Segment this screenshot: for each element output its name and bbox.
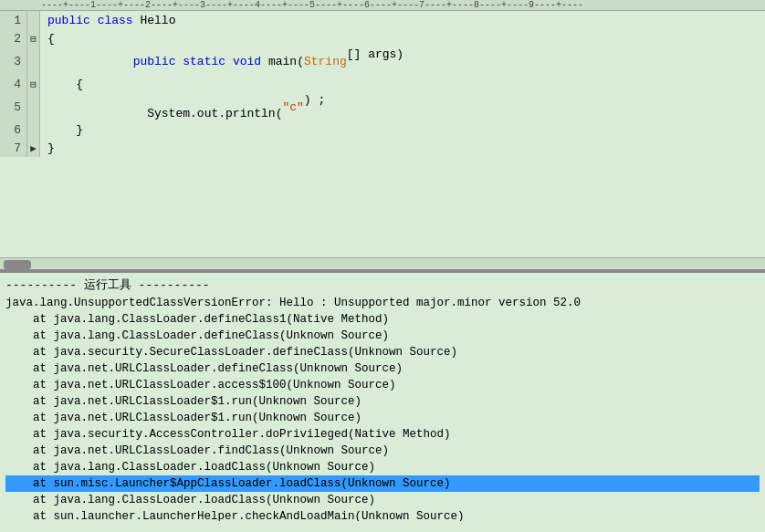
code-container[interactable]: 1 public class Hello 2 ⊟ { 3 public stat… bbox=[0, 11, 765, 257]
console-line-3: at java.security.SecureClassLoader.defin… bbox=[5, 344, 760, 360]
code-line-5: 5 System.out.println("c") ; bbox=[0, 93, 765, 120]
fold-icon-6[interactable] bbox=[27, 120, 40, 139]
ruler-text: ----+----1----+----2----+----3----+----4… bbox=[41, 0, 583, 10]
code-line-2: 2 ⊟ { bbox=[0, 29, 765, 47]
code-line-7: 7 ▶ } bbox=[0, 139, 765, 157]
line-number-3: 3 bbox=[0, 47, 27, 75]
fold-icon-2[interactable]: ⊟ bbox=[27, 29, 40, 47]
fold-icon-4[interactable]: ⊟ bbox=[27, 75, 40, 93]
console-line-12: at java.lang.ClassLoader.loadClass(Unkno… bbox=[5, 492, 760, 508]
code-text-5: System.out.println("c") ; bbox=[40, 93, 765, 120]
code-text-7: } bbox=[40, 139, 765, 157]
line-number-6: 6 bbox=[0, 120, 27, 139]
horizontal-scrollbar[interactable] bbox=[4, 260, 31, 269]
console-line-2: at java.lang.ClassLoader.defineClass(Unk… bbox=[5, 328, 760, 344]
console-line-10: at java.lang.ClassLoader.loadClass(Unkno… bbox=[5, 459, 760, 475]
horizontal-scrollbar-area bbox=[0, 257, 765, 269]
line-number-1: 1 bbox=[0, 11, 27, 29]
code-line-3: 3 public static void main(String[] args) bbox=[0, 47, 765, 75]
fold-icon-3[interactable] bbox=[27, 47, 40, 75]
line-number-2: 2 bbox=[0, 29, 27, 47]
fold-icon-1[interactable] bbox=[27, 11, 40, 29]
code-text-2: { bbox=[40, 29, 765, 47]
console-line-9: at java.net.URLClassLoader.findClass(Unk… bbox=[5, 443, 760, 459]
code-line-4: 4 ⊟ { bbox=[0, 75, 765, 93]
console-line-1: at java.lang.ClassLoader.defineClass1(Na… bbox=[5, 311, 760, 328]
console-line-5: at java.net.URLClassLoader.access$100(Un… bbox=[5, 377, 760, 393]
console-header: ---------- 运行工具 ---------- bbox=[5, 276, 760, 293]
console-line-11-highlighted: at sun.misc.Launcher$AppClassLoader.load… bbox=[5, 475, 760, 492]
code-line-6: 6 } bbox=[0, 120, 765, 139]
editor-area: ----+----1----+----2----+----3----+----4… bbox=[0, 0, 765, 269]
console-line-8: at java.security.AccessController.doPriv… bbox=[5, 426, 760, 443]
console-line-7: at java.net.URLClassLoader$1.run(Unknown… bbox=[5, 410, 760, 426]
console-line-4: at java.net.URLClassLoader.defineClass(U… bbox=[5, 360, 760, 377]
ruler: ----+----1----+----2----+----3----+----4… bbox=[0, 0, 765, 11]
fold-icon-7[interactable]: ▶ bbox=[27, 139, 40, 157]
line-number-5: 5 bbox=[0, 93, 27, 120]
code-text-6: } bbox=[40, 120, 765, 139]
code-line-1: 1 public class Hello bbox=[0, 11, 765, 29]
line-number-7: 7 bbox=[0, 139, 27, 157]
console-line-13: at sun.launcher.LauncherHelper.checkAndL… bbox=[5, 508, 760, 521]
console-line-0: java.lang.UnsupportedClassVersionError: … bbox=[5, 295, 760, 311]
console-line-6: at java.net.URLClassLoader$1.run(Unknown… bbox=[5, 393, 760, 410]
code-text-1: public class Hello bbox=[40, 11, 765, 29]
console-area: ---------- 运行工具 ---------- java.lang.Uns… bbox=[0, 273, 765, 521]
line-number-4: 4 bbox=[0, 75, 27, 93]
fold-icon-5[interactable] bbox=[27, 93, 40, 120]
code-text-3: public static void main(String[] args) bbox=[40, 47, 765, 75]
code-text-4: { bbox=[40, 75, 765, 93]
